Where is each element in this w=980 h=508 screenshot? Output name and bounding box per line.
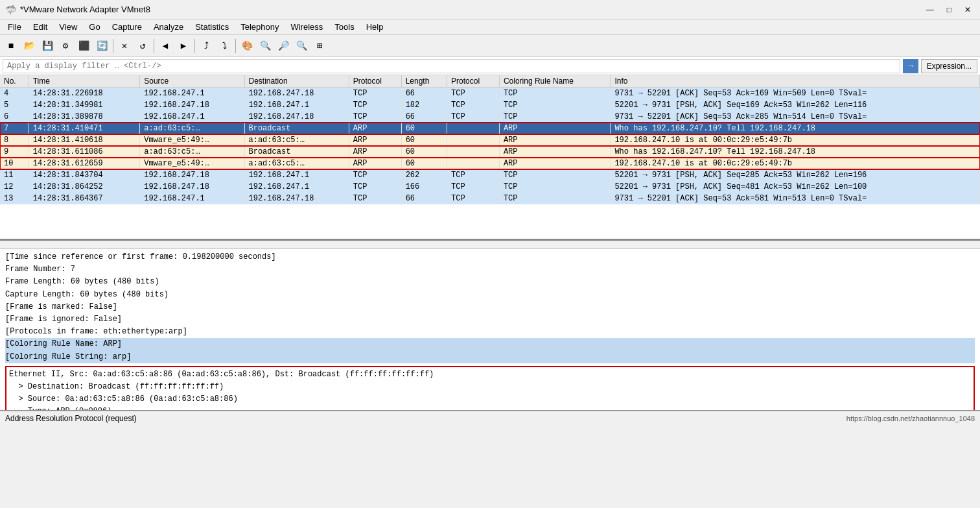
table-cell: TCP [447, 193, 500, 204]
toolbar-settings[interactable]: ⚙ [57, 38, 74, 54]
table-cell: TCP [349, 99, 401, 111]
table-cell: 60 [401, 146, 447, 158]
detail-line: [Frame is ignored: False] [5, 313, 975, 326]
menu-item-wireless[interactable]: Wireless [285, 21, 328, 33]
table-cell: ARP [349, 158, 401, 169]
menu-item-capture[interactable]: Capture [107, 21, 147, 33]
table-cell: 60 [401, 158, 447, 169]
table-cell [447, 134, 500, 146]
col-header-coloring-rule-name[interactable]: Coloring Rule Name [499, 75, 611, 88]
filter-apply-button[interactable]: → [903, 59, 918, 73]
menu-item-statistics[interactable]: Statistics [190, 21, 234, 33]
toolbar-forward[interactable]: ▶ [175, 38, 192, 54]
table-row[interactable]: 1014:28:31.612659Vmware_e5:49:…a:ad:63:c… [0, 158, 980, 169]
col-header-no.[interactable]: No. [0, 75, 29, 88]
table-cell: 192.168.247.1 [140, 111, 244, 123]
table-cell: a:ad:63:c5:… [244, 158, 349, 169]
detail-line: [Time since reference or first frame: 0.… [5, 251, 975, 263]
toolbar-open[interactable]: 📂 [21, 38, 38, 54]
col-header-info[interactable]: Info [611, 75, 980, 88]
toolbar-stop[interactable]: ⬛ [75, 38, 92, 54]
horizontal-scrollbar[interactable] [0, 241, 980, 248]
table-cell: 66 [401, 193, 447, 204]
table-row[interactable]: 1114:28:31.843704192.168.247.18192.168.2… [0, 169, 980, 181]
table-row[interactable]: 1214:28:31.864252192.168.247.18192.168.2… [0, 181, 980, 193]
col-header-protocol[interactable]: Protocol [447, 75, 500, 88]
table-cell: 13 [0, 193, 29, 204]
table-row[interactable]: 914:28:31.611086a:ad:63:c5:…BroadcastARP… [0, 146, 980, 158]
menu-item-view[interactable]: View [54, 21, 82, 33]
table-cell: 14:28:31.226918 [29, 88, 140, 100]
toolbar-restart[interactable]: 🔄 [93, 38, 110, 54]
table-cell: 14:28:31.864367 [29, 193, 140, 204]
table-cell: 9731 → 52201 [ACK] Seq=53 Ack=169 Win=50… [611, 88, 980, 100]
maximize-button[interactable]: □ [943, 5, 955, 14]
table-cell: ARP [349, 123, 401, 134]
menu-item-go[interactable]: Go [84, 21, 105, 33]
menu-item-edit[interactable]: Edit [28, 21, 52, 33]
status-text: Address Resolution Protocol (request) [5, 414, 137, 423]
toolbar-back[interactable]: ◀ [157, 38, 174, 54]
table-row[interactable]: 714:28:31.410471a:ad:63:c5:…BroadcastARP… [0, 123, 980, 134]
menu-bar: FileEditViewGoCaptureAnalyzeStatisticsTe… [0, 19, 980, 35]
table-cell: a:ad:63:c5:… [140, 123, 244, 134]
table-row[interactable]: 814:28:31.410618Vmware_e5:49:…a:ad:63:c5… [0, 134, 980, 146]
table-row[interactable]: 1314:28:31.864367192.168.247.1192.168.24… [0, 193, 980, 204]
toolbar-colorize[interactable]: 🎨 [239, 38, 255, 54]
toolbar-sep2 [154, 39, 154, 53]
toolbar-zoom-in[interactable]: 🔍 [257, 38, 274, 54]
table-cell: 192.168.247.18 [244, 111, 349, 123]
table-cell: 52201 → 9731 [PSH, ACK] Seq=481 Ack=53 W… [611, 181, 980, 193]
table-cell: 60 [401, 123, 447, 134]
status-bar: Address Resolution Protocol (request) ht… [0, 411, 980, 425]
table-row[interactable]: 414:28:31.226918192.168.247.1192.168.247… [0, 88, 980, 100]
toolbar-sep3 [194, 39, 195, 53]
table-cell: 14:28:31.864252 [29, 181, 140, 193]
table-cell: 192.168.247.18 [140, 181, 244, 193]
table-cell: TCP [349, 193, 401, 204]
packet-detail[interactable]: [Time since reference or first frame: 0.… [0, 248, 980, 411]
col-header-source[interactable]: Source [140, 75, 244, 88]
minimize-button[interactable]: — [922, 5, 938, 14]
toolbar-zoom-normal[interactable]: 🔎 [275, 38, 292, 54]
menu-item-help[interactable]: Help [361, 21, 389, 33]
table-cell: ARP [499, 146, 611, 158]
toolbar-zoom-out[interactable]: 🔍 [293, 38, 310, 54]
table-cell: 52201 → 9731 [PSH, ACK] Seq=285 Ack=53 W… [611, 169, 980, 181]
toolbar-save[interactable]: 💾 [39, 38, 56, 54]
ethernet-header[interactable]: Ethernet II, Src: 0a:ad:63:c5:a8:86 (0a:… [9, 369, 971, 381]
toolbar-new[interactable]: ■ [3, 38, 19, 54]
menu-item-tools[interactable]: Tools [329, 21, 359, 33]
table-cell: 7 [0, 123, 29, 134]
table-cell: Who has 192.168.247.10? Tell 192.168.247… [611, 123, 980, 134]
expression-button[interactable]: Expression... [921, 59, 977, 73]
table-row[interactable]: 614:28:31.389878192.168.247.1192.168.247… [0, 111, 980, 123]
col-header-time[interactable]: Time [29, 75, 140, 88]
table-cell: ARP [499, 123, 611, 134]
table-cell: TCP [447, 99, 500, 111]
menu-item-analyze[interactable]: Analyze [148, 21, 189, 33]
display-filter-input[interactable] [3, 59, 900, 73]
close-button[interactable]: ✕ [961, 5, 975, 14]
toolbar-jump[interactable]: ⤴ [198, 38, 215, 54]
toolbar-close-file[interactable]: ✕ [116, 38, 133, 54]
col-header-protocol[interactable]: Protocol [349, 75, 401, 88]
col-header-length[interactable]: Length [401, 75, 447, 88]
toolbar-down[interactable]: ⤵ [216, 38, 233, 54]
packet-list[interactable]: No.TimeSourceDestinationProtocolLengthPr… [0, 75, 980, 241]
toolbar-expand[interactable]: ⊞ [311, 38, 328, 54]
toolbar-reload[interactable]: ↺ [134, 38, 151, 54]
table-cell: 66 [401, 88, 447, 100]
packet-table-header: No.TimeSourceDestinationProtocolLengthPr… [0, 75, 980, 88]
ethernet-detail-line[interactable]: > Destination: Broadcast (ff:ff:ff:ff:ff… [9, 381, 971, 393]
table-row[interactable]: 514:28:31.349981192.168.247.18192.168.24… [0, 99, 980, 111]
col-header-destination[interactable]: Destination [244, 75, 349, 88]
table-cell: Vmware_e5:49:… [140, 134, 244, 146]
table-cell: TCP [349, 111, 401, 123]
menu-item-telephony[interactable]: Telephony [235, 21, 284, 33]
table-cell: 192.168.247.18 [244, 193, 349, 204]
toolbar-sep4 [235, 39, 236, 53]
menu-item-file[interactable]: File [3, 21, 27, 33]
table-cell: 192.168.247.18 [140, 99, 244, 111]
ethernet-detail-line[interactable]: > Source: 0a:ad:63:c5:a8:86 (0a:ad:63:c5… [9, 393, 971, 405]
